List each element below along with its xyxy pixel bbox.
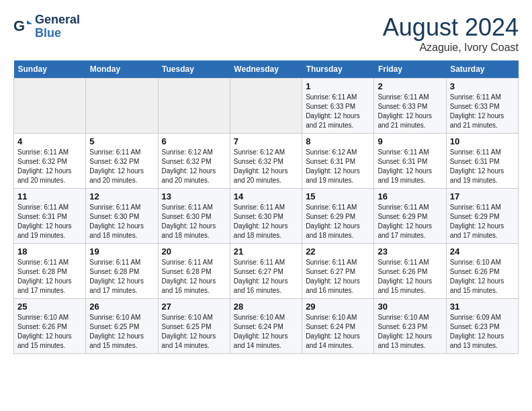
week-row-1: 1Sunrise: 6:11 AM Sunset: 6:33 PM Daylig… [14,79,519,134]
day-number: 21 [234,246,298,257]
calendar-cell: 30Sunrise: 6:10 AM Sunset: 6:23 PM Dayli… [374,299,446,354]
calendar-cell: 16Sunrise: 6:11 AM Sunset: 6:29 PM Dayli… [374,189,446,244]
calendar-cell: 5Sunrise: 6:11 AM Sunset: 6:32 PM Daylig… [86,134,158,189]
calendar-table: SundayMondayTuesdayWednesdayThursdayFrid… [13,60,519,354]
day-number: 17 [450,191,515,201]
day-number: 18 [17,246,82,257]
day-number: 14 [234,191,298,201]
day-info: Sunrise: 6:11 AM Sunset: 6:30 PM Dayligh… [234,203,298,240]
day-info: Sunrise: 6:12 AM Sunset: 6:31 PM Dayligh… [306,148,370,185]
day-info: Sunrise: 6:11 AM Sunset: 6:29 PM Dayligh… [378,203,442,240]
calendar-cell: 26Sunrise: 6:10 AM Sunset: 6:25 PM Dayli… [86,299,158,354]
logo-blue: Blue [35,27,80,40]
calendar-cell: 29Sunrise: 6:10 AM Sunset: 6:24 PM Dayli… [302,299,374,354]
calendar-cell: 12Sunrise: 6:11 AM Sunset: 6:30 PM Dayli… [86,189,158,244]
logo: G General Blue [13,13,80,40]
calendar-cell: 21Sunrise: 6:11 AM Sunset: 6:27 PM Dayli… [230,244,302,299]
calendar-cell [86,79,158,134]
day-number: 19 [89,246,154,257]
day-info: Sunrise: 6:11 AM Sunset: 6:33 PM Dayligh… [378,93,442,130]
calendar-cell [230,79,302,134]
calendar-cell: 18Sunrise: 6:11 AM Sunset: 6:28 PM Dayli… [14,244,86,299]
day-info: Sunrise: 6:11 AM Sunset: 6:31 PM Dayligh… [450,148,515,185]
day-number: 31 [450,302,515,312]
week-row-4: 18Sunrise: 6:11 AM Sunset: 6:28 PM Dayli… [14,244,519,299]
day-number: 11 [17,191,82,201]
calendar-cell: 8Sunrise: 6:12 AM Sunset: 6:31 PM Daylig… [302,134,374,189]
calendar-cell: 10Sunrise: 6:11 AM Sunset: 6:31 PM Dayli… [446,134,518,189]
calendar-cell: 17Sunrise: 6:11 AM Sunset: 6:29 PM Dayli… [446,189,518,244]
logo-general: General [35,13,80,27]
calendar-cell: 20Sunrise: 6:11 AM Sunset: 6:28 PM Dayli… [158,244,230,299]
day-info: Sunrise: 6:10 AM Sunset: 6:25 PM Dayligh… [89,313,154,351]
calendar-cell [14,79,86,134]
day-number: 16 [378,191,442,201]
logo-icon: G [13,17,32,36]
weekday-header-friday: Friday [374,60,446,79]
day-number: 1 [306,81,370,91]
calendar-cell: 19Sunrise: 6:11 AM Sunset: 6:28 PM Dayli… [86,244,158,299]
svg-marker-1 [27,20,32,24]
day-info: Sunrise: 6:11 AM Sunset: 6:32 PM Dayligh… [89,148,154,185]
day-info: Sunrise: 6:11 AM Sunset: 6:26 PM Dayligh… [378,258,442,295]
week-row-3: 11Sunrise: 6:11 AM Sunset: 6:31 PM Dayli… [14,189,519,244]
week-row-2: 4Sunrise: 6:11 AM Sunset: 6:32 PM Daylig… [14,134,519,189]
calendar-cell: 13Sunrise: 6:11 AM Sunset: 6:30 PM Dayli… [158,189,230,244]
calendar-cell: 22Sunrise: 6:11 AM Sunset: 6:27 PM Dayli… [302,244,374,299]
day-info: Sunrise: 6:11 AM Sunset: 6:31 PM Dayligh… [378,148,442,185]
calendar-cell: 15Sunrise: 6:11 AM Sunset: 6:29 PM Dayli… [302,189,374,244]
day-number: 25 [17,302,82,312]
day-info: Sunrise: 6:10 AM Sunset: 6:25 PM Dayligh… [162,313,226,351]
day-info: Sunrise: 6:10 AM Sunset: 6:26 PM Dayligh… [450,258,515,295]
day-number: 15 [306,191,370,201]
day-number: 20 [162,246,226,257]
day-number: 30 [378,302,442,312]
day-number: 27 [162,302,226,312]
day-info: Sunrise: 6:11 AM Sunset: 6:33 PM Dayligh… [450,93,515,130]
page-header: G General Blue August 2024 Azaguie, Ivor… [13,13,519,54]
day-info: Sunrise: 6:10 AM Sunset: 6:26 PM Dayligh… [17,313,82,351]
calendar-body: 1Sunrise: 6:11 AM Sunset: 6:33 PM Daylig… [14,79,519,354]
calendar-cell: 4Sunrise: 6:11 AM Sunset: 6:32 PM Daylig… [14,134,86,189]
day-number: 12 [89,191,154,201]
day-number: 5 [89,136,154,146]
day-number: 7 [234,136,298,146]
calendar-cell: 11Sunrise: 6:11 AM Sunset: 6:31 PM Dayli… [14,189,86,244]
calendar-cell: 6Sunrise: 6:12 AM Sunset: 6:32 PM Daylig… [158,134,230,189]
weekday-header-monday: Monday [86,60,158,79]
day-info: Sunrise: 6:12 AM Sunset: 6:32 PM Dayligh… [162,148,226,185]
day-info: Sunrise: 6:10 AM Sunset: 6:24 PM Dayligh… [306,313,370,351]
calendar-cell: 27Sunrise: 6:10 AM Sunset: 6:25 PM Dayli… [158,299,230,354]
day-info: Sunrise: 6:09 AM Sunset: 6:23 PM Dayligh… [450,313,515,351]
day-info: Sunrise: 6:11 AM Sunset: 6:31 PM Dayligh… [17,203,82,240]
day-info: Sunrise: 6:11 AM Sunset: 6:29 PM Dayligh… [306,203,370,240]
day-number: 22 [306,246,370,257]
day-info: Sunrise: 6:11 AM Sunset: 6:28 PM Dayligh… [17,258,82,295]
calendar-cell: 1Sunrise: 6:11 AM Sunset: 6:33 PM Daylig… [302,79,374,134]
day-info: Sunrise: 6:11 AM Sunset: 6:30 PM Dayligh… [162,203,226,240]
day-number: 26 [89,302,154,312]
day-number: 9 [378,136,442,146]
calendar-cell: 25Sunrise: 6:10 AM Sunset: 6:26 PM Dayli… [14,299,86,354]
day-number: 29 [306,302,370,312]
title-block: August 2024 Azaguie, Ivory Coast [383,13,519,54]
calendar-cell [158,79,230,134]
weekday-header-sunday: Sunday [14,60,86,79]
day-number: 8 [306,136,370,146]
day-number: 10 [450,136,515,146]
day-info: Sunrise: 6:11 AM Sunset: 6:27 PM Dayligh… [306,258,370,295]
day-info: Sunrise: 6:12 AM Sunset: 6:32 PM Dayligh… [234,148,298,185]
day-info: Sunrise: 6:11 AM Sunset: 6:32 PM Dayligh… [17,148,82,185]
weekday-header-row: SundayMondayTuesdayWednesdayThursdayFrid… [14,60,519,79]
location: Azaguie, Ivory Coast [383,42,519,54]
weekday-header-saturday: Saturday [446,60,518,79]
day-number: 23 [378,246,442,257]
day-info: Sunrise: 6:10 AM Sunset: 6:23 PM Dayligh… [378,313,442,351]
calendar-cell: 2Sunrise: 6:11 AM Sunset: 6:33 PM Daylig… [374,79,446,134]
calendar-cell: 23Sunrise: 6:11 AM Sunset: 6:26 PM Dayli… [374,244,446,299]
day-info: Sunrise: 6:11 AM Sunset: 6:30 PM Dayligh… [89,203,154,240]
day-number: 13 [162,191,226,201]
day-info: Sunrise: 6:11 AM Sunset: 6:28 PM Dayligh… [89,258,154,295]
calendar-cell: 28Sunrise: 6:10 AM Sunset: 6:24 PM Dayli… [230,299,302,354]
svg-text:G: G [13,17,25,34]
